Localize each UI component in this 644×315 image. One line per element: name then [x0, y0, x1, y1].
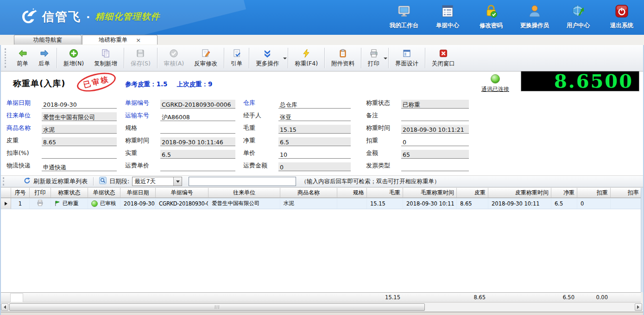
cell-deduct-rate	[611, 198, 642, 209]
next-doc-button[interactable]: 后单	[33, 46, 55, 70]
unit-price-field[interactable]: 10	[278, 150, 351, 159]
list-toolbar: 刷新最近称重单列表 日期段: 最近7天 （输入内容后回车即可检索；双击可打开相应…	[1, 175, 643, 187]
toolbar-separator	[288, 48, 288, 68]
company-field: 爱普生中国有限公司	[42, 112, 117, 121]
search-input[interactable]	[189, 177, 296, 186]
copy-new-button[interactable]: 复制新增	[89, 46, 122, 70]
column-header[interactable]: 单据状态	[88, 188, 120, 198]
doc-date-field[interactable]: 2018-09-30	[42, 100, 117, 109]
doc-number-field: CGRKD-20180930-0006	[160, 100, 235, 109]
reference-tare-text: 参考皮重：1.5	[125, 80, 167, 88]
print-button[interactable]: 打印	[363, 46, 387, 70]
prev-doc-button[interactable]: 前单	[12, 46, 33, 70]
column-header[interactable]: 皮重	[457, 188, 488, 198]
tab-function-nav[interactable]: 功能导航窗	[14, 35, 82, 45]
column-header[interactable]: 毛重称重时间	[403, 188, 457, 198]
header-menu-label: 我的工作台	[390, 22, 419, 30]
tab-weighbridge-ticket[interactable]: 地磅称重单 ×	[82, 35, 158, 45]
field-label: 发票类型	[366, 161, 401, 171]
column-header[interactable]: 毛重	[367, 188, 403, 198]
more-actions-button[interactable]: 更多操作	[251, 46, 286, 70]
scrollbar-thumb[interactable]	[9, 303, 425, 311]
truck-number-field[interactable]: 沪A86008	[160, 112, 235, 121]
field-label: 运费金额	[243, 161, 278, 171]
reverse-audit-button[interactable]: 反审修改	[189, 46, 222, 70]
column-header[interactable]: 扣重	[577, 188, 611, 198]
table-header-row: 序号 打印 称重状态 单据状态 单据日期 单据编号 往来单位 商品名称 规格 毛…	[1, 188, 642, 198]
comm-status-indicator[interactable]: 通讯已连接	[474, 74, 516, 93]
column-header[interactable]: 称重状态	[51, 188, 88, 198]
toolbar-separator	[57, 48, 57, 68]
copy-icon	[101, 48, 110, 58]
column-header[interactable]: 扣率	[611, 188, 642, 198]
scale-weight-display: 8.6500	[521, 71, 639, 91]
deduct-weight-field[interactable]: 0	[401, 137, 469, 146]
ui-design-button[interactable]: 界面设计	[390, 46, 423, 70]
field-label: 运输车号	[125, 111, 160, 121]
spec-field[interactable]	[160, 125, 235, 134]
header-menu-switch-operator[interactable]: 更换操作员	[520, 4, 549, 30]
warehouse-field[interactable]: 总仓库	[278, 100, 351, 109]
column-header[interactable]: 单据编号	[156, 188, 208, 198]
header-menu-doc-center[interactable]: 单据中心	[433, 4, 462, 30]
row-marker-header	[1, 188, 11, 198]
column-header[interactable]: 商品名称	[280, 188, 337, 198]
toolbar-drag-handle[interactable]	[5, 48, 8, 68]
summary-row: 15.15 8.65 6.50 0.00	[1, 292, 641, 302]
column-header[interactable]: 皮重称重时间	[488, 188, 551, 198]
triangle-left-icon	[2, 305, 6, 309]
summary-first-cell	[10, 293, 23, 302]
save-button[interactable]: 保存(S)	[126, 46, 156, 70]
brand: 信管飞 · 精细化管理软件	[19, 7, 160, 26]
remark-field[interactable]	[401, 112, 469, 121]
logistics-field[interactable]: 申通快递	[42, 162, 117, 171]
audit-button[interactable]: 审核(A)	[159, 46, 189, 70]
table-row[interactable]: 1 已称重 已审核 2018-09-30 CGRKD-20180930-0006…	[1, 198, 642, 209]
doc-check-icon	[232, 48, 241, 58]
cell-company: 爱普生中国有限公司	[208, 198, 280, 209]
page-title: 称重单(入库)	[13, 78, 65, 89]
column-header[interactable]: 序号	[11, 188, 30, 198]
freight-price-field[interactable]	[160, 162, 235, 171]
refresh-label: 刷新最近称重单列表	[33, 177, 88, 186]
select-arrow-button[interactable]	[173, 177, 182, 186]
attachments-button[interactable]: 附件资料	[326, 46, 360, 70]
arrow-left-icon	[18, 48, 27, 58]
invoice-type-field[interactable]	[401, 162, 469, 171]
date-range-select[interactable]: 最近7天	[132, 177, 182, 186]
header-menu-workspace[interactable]: 我的工作台	[389, 4, 419, 30]
deduct-rate-field[interactable]	[42, 150, 117, 159]
scroll-left-button[interactable]	[1, 303, 8, 311]
field-label: 单据日期	[6, 99, 42, 109]
column-header[interactable]: 打印	[30, 188, 51, 198]
window-left-edge	[0, 45, 1, 315]
field-label: 毛重	[243, 124, 278, 134]
tare-field: 8.65	[42, 137, 117, 146]
header-menu-user-center[interactable]: 用户中心	[563, 4, 593, 30]
header-menu-label: 单据中心	[436, 22, 459, 30]
column-header[interactable]: 净重	[551, 188, 577, 198]
import-doc-button[interactable]: 引单	[226, 46, 247, 70]
weigh-button[interactable]: 称重(F4)	[290, 46, 323, 70]
brand-tagline: 精细化管理软件	[95, 11, 160, 23]
column-header[interactable]: 单据日期	[120, 188, 156, 198]
app-window: 信管飞 · 精细化管理软件 我的工作台	[0, 0, 644, 315]
header-menu: 我的工作台 单据中心	[389, 4, 637, 30]
handler-field[interactable]: 张亚	[278, 112, 351, 121]
header-menu-exit-system[interactable]: 退出系统	[607, 4, 637, 30]
date-range-value: 最近7天	[133, 178, 173, 186]
close-window-button[interactable]: 关闭窗口	[427, 46, 460, 70]
lock-icon	[484, 4, 498, 20]
comm-led-icon	[491, 74, 500, 84]
new-doc-button[interactable]: 新增(N)	[58, 46, 89, 70]
horizontal-scrollbar[interactable]	[1, 303, 643, 311]
refresh-list-button[interactable]: 刷新最近称重单列表	[24, 177, 88, 186]
listbar-drag-handle[interactable]	[3, 177, 6, 186]
column-header[interactable]: 往来单位	[208, 188, 280, 198]
scroll-right-button[interactable]	[635, 303, 642, 311]
column-header[interactable]: 规格	[337, 188, 367, 198]
field-label: 实重	[125, 149, 160, 159]
tab-close-icon[interactable]: ×	[136, 37, 141, 43]
brand-name: 信管飞	[42, 9, 81, 25]
header-menu-change-password[interactable]: 修改密码	[476, 4, 506, 30]
